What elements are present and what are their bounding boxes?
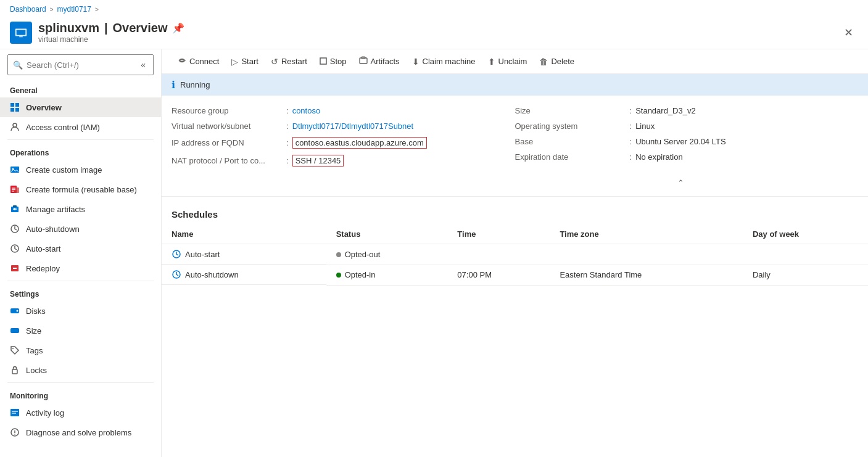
restart-button[interactable]: ↺ Restart bbox=[265, 54, 313, 70]
collapse-button[interactable]: ⌃ bbox=[675, 176, 687, 190]
locks-icon bbox=[10, 365, 20, 375]
sidebar-item-redeploy-label: Redeploy bbox=[26, 264, 60, 273]
sidebar-item-create-formula[interactable]: Create formula (reusable base) bbox=[0, 179, 161, 199]
resource-group-label: Resource group bbox=[172, 106, 283, 115]
sidebar-item-overview[interactable]: Overview bbox=[0, 97, 161, 117]
schedule-time-0 bbox=[447, 244, 550, 265]
svg-rect-25 bbox=[10, 328, 19, 333]
nat-label: NAT protocol / Port to co... bbox=[172, 156, 283, 165]
sidebar-item-auto-start[interactable]: Auto-start bbox=[0, 239, 161, 258]
col-name: Name bbox=[162, 224, 326, 244]
claim-machine-button[interactable]: ⬇ Claim machine bbox=[406, 54, 482, 70]
os-label: Operating system bbox=[515, 121, 626, 131]
search-box[interactable]: 🔍 « bbox=[7, 54, 154, 75]
formula-icon bbox=[10, 184, 20, 194]
sidebar-item-redeploy[interactable]: Redeploy bbox=[0, 258, 161, 278]
breadcrumb-dashboard[interactable]: Dashboard bbox=[10, 5, 46, 14]
table-row: Auto-shutdownOpted-in07:00 PMEastern Sta… bbox=[162, 265, 868, 285]
sidebar-item-overview-label: Overview bbox=[26, 103, 62, 112]
svg-rect-3 bbox=[10, 103, 14, 107]
expiration-row: Expiration date : No expiration bbox=[515, 149, 859, 165]
access-control-icon bbox=[10, 122, 20, 132]
artifacts-icon bbox=[10, 204, 20, 214]
schedule-name-1[interactable]: Auto-shutdown bbox=[162, 265, 326, 285]
size-icon bbox=[10, 326, 20, 336]
artifacts-label: Artifacts bbox=[371, 57, 400, 66]
title-separator: | bbox=[104, 21, 108, 35]
schedule-name-0[interactable]: Auto-start bbox=[162, 244, 326, 265]
svg-rect-8 bbox=[10, 167, 19, 173]
breadcrumb: Dashboard > mydtl0717 > bbox=[0, 0, 868, 19]
unclaim-button[interactable]: ⬆ Unclaim bbox=[482, 54, 534, 70]
sidebar-item-manage-artifacts[interactable]: Manage artifacts bbox=[0, 199, 161, 219]
sidebar-item-auto-shutdown[interactable]: Auto-shutdown bbox=[0, 219, 161, 239]
sidebar-item-diagnose-label: Diagnose and solve problems bbox=[26, 428, 131, 437]
right-panel: Connect ▷ Start ↺ Restart Stop Artifac bbox=[162, 49, 868, 457]
artifacts-button[interactable]: Artifacts bbox=[353, 53, 406, 70]
col-timezone: Time zone bbox=[550, 224, 743, 244]
svg-rect-5 bbox=[10, 108, 14, 112]
info-left-col: Resource group : contoso Virtual network… bbox=[172, 103, 515, 170]
sidebar-item-create-custom-image[interactable]: Create custom image bbox=[0, 160, 161, 179]
sidebar-item-size[interactable]: Size bbox=[0, 321, 161, 340]
section-general: General bbox=[0, 80, 161, 97]
col-status: Status bbox=[326, 224, 448, 244]
delete-button[interactable]: 🗑 Delete bbox=[533, 54, 581, 70]
start-icon: ▷ bbox=[231, 57, 238, 67]
nat-row: NAT protocol / Port to co... : SSH / 123… bbox=[172, 152, 515, 170]
stop-icon bbox=[320, 57, 327, 67]
connect-label: Connect bbox=[189, 57, 219, 66]
virtual-network-value[interactable]: Dtlmydtl0717/Dtlmydtl0717Subnet bbox=[292, 121, 414, 131]
size-label: Size bbox=[515, 106, 626, 115]
collapse-row: ⌃ bbox=[162, 175, 868, 191]
close-button[interactable]: ✕ bbox=[839, 23, 858, 42]
sidebar-item-locks-label: Locks bbox=[26, 366, 47, 375]
schedules-table: Name Status Time Time zone Day of week A… bbox=[162, 224, 868, 286]
operations-divider bbox=[7, 139, 154, 140]
ip-address-value: contoso.eastus.cloudapp.azure.com bbox=[292, 137, 427, 149]
connect-button[interactable]: Connect bbox=[172, 53, 225, 70]
size-row: Size : Standard_D3_v2 bbox=[515, 103, 859, 118]
svg-point-34 bbox=[181, 59, 183, 62]
os-row: Operating system : Linux bbox=[515, 118, 859, 134]
claim-icon: ⬇ bbox=[412, 57, 420, 67]
sidebar-item-locks[interactable]: Locks bbox=[0, 360, 161, 380]
sidebar: 🔍 « General Overview Access control (IAM… bbox=[0, 49, 162, 457]
sidebar-item-iam-label: Access control (IAM) bbox=[26, 123, 100, 132]
sidebar-item-create-image-label: Create custom image bbox=[26, 165, 102, 175]
pin-icon[interactable]: 📌 bbox=[172, 22, 184, 34]
breadcrumb-sep1: > bbox=[50, 6, 54, 13]
virtual-network-row: Virtual network/subnet : Dtlmydtl0717/Dt… bbox=[172, 118, 515, 134]
diagnose-icon bbox=[10, 427, 20, 437]
nat-value: SSH / 12345 bbox=[292, 155, 344, 167]
schedule-status-0: Opted-out bbox=[326, 244, 448, 265]
collapse-icon[interactable]: « bbox=[138, 57, 148, 72]
start-button[interactable]: ▷ Start bbox=[225, 54, 264, 70]
sidebar-item-size-label: Size bbox=[26, 326, 41, 336]
sidebar-item-diagnose[interactable]: Diagnose and solve problems bbox=[0, 422, 161, 442]
section-monitoring: Monitoring bbox=[0, 385, 161, 403]
header-title-group: splinuxvm | Overview 📌 virtual machine bbox=[38, 21, 839, 44]
schedule-timezone-1: Eastern Standard Time bbox=[550, 265, 743, 285]
info-icon: ℹ bbox=[172, 79, 175, 91]
section-divider bbox=[162, 196, 868, 197]
col-time: Time bbox=[447, 224, 550, 244]
sidebar-item-disks[interactable]: Disks bbox=[0, 301, 161, 321]
sidebar-item-activity-log-label: Activity log bbox=[26, 408, 64, 418]
table-row: Auto-startOpted-out bbox=[162, 244, 868, 265]
sidebar-item-activity-log[interactable]: Activity log bbox=[0, 403, 161, 422]
base-label: Base bbox=[515, 137, 626, 146]
sidebar-item-access-control[interactable]: Access control (IAM) bbox=[0, 117, 161, 137]
virtual-network-label: Virtual network/subnet bbox=[172, 121, 283, 131]
sidebar-item-formula-label: Create formula (reusable base) bbox=[26, 185, 137, 194]
schedule-day-1: Daily bbox=[743, 265, 868, 285]
resource-group-value[interactable]: contoso bbox=[292, 106, 321, 115]
stop-button[interactable]: Stop bbox=[313, 54, 353, 70]
search-input[interactable] bbox=[27, 60, 134, 70]
section-operations: Operations bbox=[0, 142, 161, 160]
breadcrumb-parent[interactable]: mydtl0717 bbox=[57, 5, 91, 14]
schedule-time-1: 07:00 PM bbox=[447, 265, 550, 285]
sidebar-item-tags[interactable]: Tags bbox=[0, 340, 161, 360]
svg-point-26 bbox=[12, 348, 14, 349]
toolbar: Connect ▷ Start ↺ Restart Stop Artifac bbox=[162, 49, 868, 74]
